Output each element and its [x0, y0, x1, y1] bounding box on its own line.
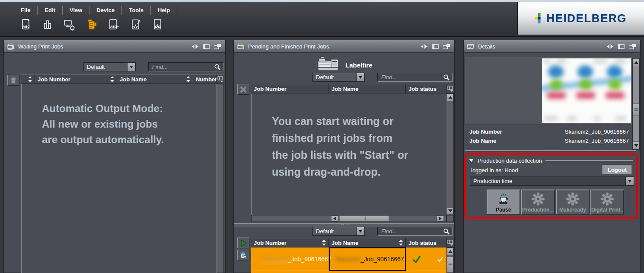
waiting-col-job-number[interactable]: Job Number [35, 74, 117, 84]
float-window-icon[interactable] [432, 44, 439, 49]
menu-bar: File Edit View Device Tools Help [18, 6, 182, 15]
started-col-job-number[interactable]: Job Number [251, 238, 329, 247]
collapse-panel-icon[interactable] [606, 44, 614, 49]
scroll-up-button[interactable] [447, 248, 453, 255]
toolbar-document-edit-button[interactable] [129, 18, 142, 32]
pending-preset-dropdown[interactable]: Default [312, 73, 365, 82]
pending-find-field[interactable] [377, 73, 453, 82]
scroll-thumb[interactable] [633, 103, 639, 116]
activity-dropdown[interactable]: Production time [470, 177, 634, 186]
search-icon[interactable] [443, 228, 450, 235]
menu-file[interactable]: File [18, 6, 38, 15]
pending-horizontal-scrollbar[interactable] [251, 215, 446, 222]
toolbar-chart-button[interactable] [41, 18, 54, 32]
labelfire-printer-icon [317, 55, 341, 73]
scroll-down-button[interactable] [447, 207, 453, 215]
divider-dots[interactable]: ····· [547, 147, 558, 151]
pending-panel-header: Pending and Finished Print Jobs [234, 40, 454, 53]
blurred-text: Skanem2 [335, 256, 360, 263]
pending-column-config-button[interactable] [446, 84, 454, 93]
search-icon[interactable] [214, 64, 221, 71]
started-vertical-scrollbar[interactable] [446, 247, 454, 273]
waiting-col-number-of[interactable]: Number o [193, 74, 217, 84]
waiting-print-jobs-panel: Waiting Print Jobs Default [3, 40, 226, 273]
scroll-left-button[interactable] [331, 215, 338, 222]
started-find-field[interactable] [377, 227, 453, 236]
pending-col-job-number[interactable]: Job Number [251, 84, 329, 93]
waiting-delete-job-button[interactable] [7, 75, 19, 86]
pending-vertical-scrollbar[interactable] [446, 93, 454, 215]
sort-icon [399, 240, 403, 246]
undock-panel-icon[interactable] [214, 44, 222, 49]
menu-edit[interactable]: Edit [42, 6, 63, 15]
heidelberg-logo-text: HEIDELBERG [546, 12, 626, 25]
chevron-down-icon[interactable] [625, 177, 634, 185]
started-preset-value: Default [313, 228, 356, 234]
scroll-thumb[interactable] [447, 257, 453, 273]
button-label: Digital Print... [591, 207, 623, 213]
toolbar-report-button[interactable]: ABC [19, 18, 32, 32]
scroll-thumb[interactable] [339, 215, 389, 222]
pending-preset-value: Default [313, 74, 356, 80]
cancel-x-icon [240, 86, 247, 93]
scroll-down-button[interactable] [633, 141, 639, 149]
waiting-col-select[interactable] [21, 74, 35, 84]
waiting-find-field[interactable] [148, 62, 223, 71]
scroll-right-button[interactable] [437, 215, 444, 222]
button-label: Pause [496, 207, 511, 213]
started-find-input[interactable] [378, 228, 443, 234]
gear-icon [566, 192, 580, 206]
details-vertical-scrollbar[interactable] [632, 58, 640, 150]
waiting-preset-dropdown[interactable]: Default [83, 62, 136, 71]
menu-view[interactable]: View [67, 6, 89, 15]
job-name-cell[interactable]: Skanem2_Job_90616667 [329, 247, 406, 271]
pause-button[interactable]: Pause [487, 189, 520, 215]
scroll-up-button[interactable] [633, 58, 639, 66]
waiting-vertical-scrollbar[interactable] [217, 84, 224, 273]
started-job-row[interactable]: Skanem2_Job_90616667 Skanem2_Job_9061666… [251, 247, 446, 271]
sort-icon [186, 76, 190, 82]
started-preset-dropdown[interactable]: Default [312, 227, 365, 236]
toolbar-document-workflow-button[interactable] [151, 18, 164, 32]
document-edit-icon [129, 18, 142, 32]
float-window-icon[interactable] [618, 44, 625, 49]
job-name-value: Skanem2_Job_90616667 [565, 138, 629, 144]
waiting-col-job-name[interactable]: Job Name [117, 74, 193, 84]
float-window-icon[interactable] [203, 44, 210, 49]
started-col-job-status[interactable]: Job status [406, 238, 446, 247]
waiting-find-input[interactable] [149, 64, 214, 70]
section-collapse-icon[interactable] [469, 159, 474, 163]
digital-print-button[interactable]: Digital Print... [590, 189, 624, 215]
search-icon[interactable] [443, 74, 450, 81]
menu-help[interactable]: Help [155, 6, 177, 15]
job-number-link[interactable]: Skanem2_Job_90616667 [262, 256, 332, 263]
toolbar-printer-device-button[interactable] [85, 18, 98, 32]
undock-panel-icon[interactable] [629, 44, 637, 49]
toolbar-document-import-button[interactable]: ABC [107, 18, 120, 32]
pending-col-job-status[interactable]: Job status [406, 84, 446, 93]
job-status-cell[interactable] [406, 247, 446, 271]
job-number-value: Skanem2_Job_90616667 [565, 128, 629, 135]
menu-tools[interactable]: Tools [126, 6, 151, 15]
chevron-down-icon[interactable] [127, 63, 135, 71]
collapse-panel-icon[interactable] [191, 44, 199, 49]
scroll-up-button[interactable] [447, 94, 453, 101]
toolbar-computer-settings-button[interactable] [63, 18, 76, 32]
started-col-job-name[interactable]: Job Name [329, 238, 406, 247]
chevron-down-icon[interactable] [356, 227, 364, 235]
waiting-column-config-button[interactable] [217, 74, 224, 84]
pending-find-input[interactable] [378, 74, 443, 80]
collapse-panel-icon[interactable] [421, 44, 428, 49]
chevron-down-icon[interactable] [356, 73, 364, 81]
logout-button[interactable]: Logout [603, 165, 632, 174]
pending-col-job-name[interactable]: Job Name [329, 84, 406, 93]
production-time-button[interactable]: Production ... [521, 189, 555, 215]
makeready-button[interactable]: Makeready [556, 189, 590, 215]
job-number-cell[interactable]: Skanem2_Job_90616667 [251, 247, 329, 271]
start-job-button[interactable] [237, 238, 249, 248]
undock-panel-icon[interactable] [443, 44, 451, 49]
started-column-config-button[interactable] [446, 238, 454, 247]
pending-cancel-job-button[interactable] [237, 84, 249, 95]
menu-device[interactable]: Device [94, 6, 122, 15]
started-delete-job-button[interactable] [237, 250, 249, 260]
